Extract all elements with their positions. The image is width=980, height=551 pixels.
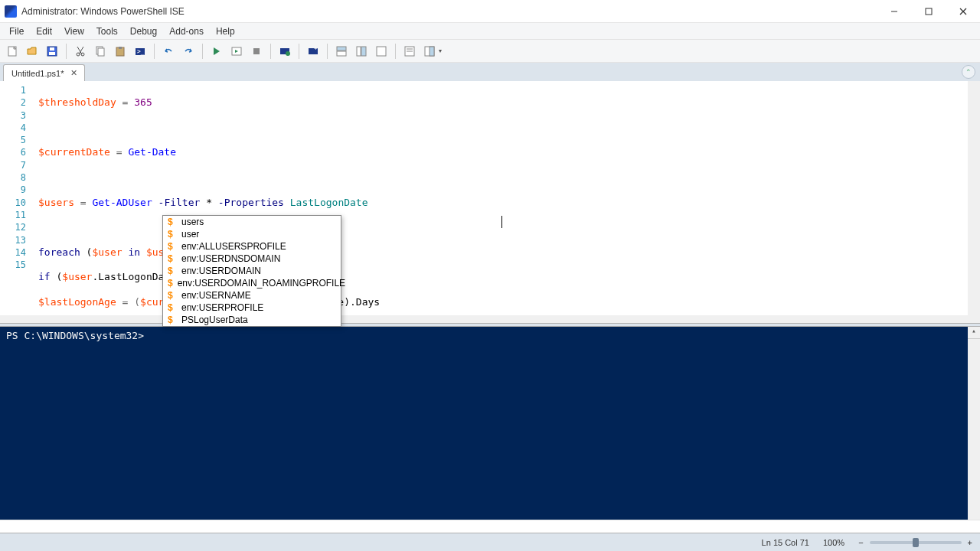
menu-tools[interactable]: Tools: [90, 24, 124, 38]
intellisense-item[interactable]: $env:USERDOMAIN_ROAMINGPROFILE: [163, 277, 341, 289]
menu-debug[interactable]: Debug: [124, 24, 163, 38]
tab-label: Untitled1.ps1*: [11, 69, 64, 78]
intellisense-item[interactable]: $users: [163, 216, 341, 228]
svg-rect-27: [361, 47, 366, 56]
svg-text:>_: >_: [137, 48, 145, 55]
zoom-in-button[interactable]: +: [968, 538, 972, 547]
console-scrollbar[interactable]: ▴: [968, 327, 980, 520]
variable-icon: $: [168, 278, 173, 289]
separator: [270, 44, 271, 59]
app-icon: [5, 5, 17, 18]
cursor-position: Ln 15 Col 71: [762, 538, 809, 547]
console-prompt: PS C:\WINDOWS\system32>: [6, 330, 144, 341]
copy-button[interactable]: [91, 42, 109, 60]
svg-rect-7: [50, 47, 54, 51]
menu-file[interactable]: File: [3, 24, 30, 38]
redo-button[interactable]: [179, 42, 198, 60]
menu-view[interactable]: View: [58, 24, 90, 38]
svg-rect-26: [357, 47, 361, 56]
dropdown-icon[interactable]: ▾: [439, 47, 442, 54]
line-gutter: 123456789101112131415: [0, 81, 32, 323]
window-controls: [877, 0, 980, 23]
show-script-right-button[interactable]: [352, 42, 371, 60]
window-title: Administrator: Windows PowerShell ISE: [21, 6, 877, 17]
svg-rect-15: [119, 47, 122, 49]
editor-vertical-scrollbar[interactable]: [968, 81, 980, 323]
svg-rect-19: [253, 48, 260, 54]
menubar: File Edit View Tools Debug Add-ons Help: [0, 23, 980, 40]
intellisense-popup: $users $user $env:ALLUSERSPROFILE $env:U…: [162, 215, 341, 327]
remote-powershell-button[interactable]: [276, 42, 294, 60]
svg-rect-33: [430, 47, 434, 56]
variable-icon: $: [168, 315, 177, 325]
scroll-up-icon[interactable]: ▴: [968, 327, 980, 339]
zoom-thumb[interactable]: [913, 538, 919, 547]
svg-rect-25: [337, 51, 346, 56]
show-command-button[interactable]: [400, 42, 419, 60]
close-button[interactable]: [946, 0, 980, 23]
variable-icon: $: [168, 217, 177, 227]
show-script-top-button[interactable]: [332, 42, 351, 60]
separator: [299, 44, 299, 59]
statusbar: Ln 15 Col 71 100% − +: [0, 533, 980, 551]
file-tab[interactable]: Untitled1.ps1* ✕: [3, 64, 85, 81]
tab-close-icon[interactable]: ✕: [69, 68, 80, 78]
stop-button[interactable]: [247, 42, 266, 60]
intellisense-item[interactable]: $PSLogUserData: [163, 314, 341, 326]
menu-help[interactable]: Help: [210, 24, 241, 38]
intellisense-item[interactable]: $env:USERDOMAIN: [163, 265, 341, 277]
intellisense-item[interactable]: $env:USERNAME: [163, 289, 341, 302]
tabbar: Untitled1.ps1* ✕ ⌃: [0, 63, 980, 81]
separator: [395, 44, 396, 59]
titlebar: Administrator: Windows PowerShell ISE: [0, 0, 980, 23]
variable-icon: $: [168, 229, 177, 240]
editor-horizontal-scrollbar[interactable]: [0, 315, 968, 323]
separator: [66, 44, 67, 59]
svg-rect-13: [98, 48, 104, 56]
paste-button[interactable]: [111, 42, 129, 60]
show-command-addon-button[interactable]: [420, 42, 439, 60]
svg-rect-6: [49, 52, 55, 55]
variable-icon: $: [168, 241, 177, 252]
svg-rect-24: [337, 47, 346, 51]
bottom-spacer: [0, 520, 980, 533]
show-script-max-button[interactable]: [372, 42, 390, 60]
intellisense-item[interactable]: $user: [163, 228, 341, 240]
menu-edit[interactable]: Edit: [30, 24, 58, 38]
cut-button[interactable]: [71, 42, 90, 60]
run-selection-button[interactable]: [227, 42, 246, 60]
undo-button[interactable]: [159, 42, 178, 60]
script-editor[interactable]: 123456789101112131415 $thresholdDay = 36…: [0, 81, 980, 323]
save-button[interactable]: [43, 42, 61, 60]
variable-icon: $: [168, 253, 177, 264]
open-button[interactable]: [23, 42, 41, 60]
zoom-level: 100%: [823, 538, 844, 547]
menu-addons[interactable]: Add-ons: [163, 24, 210, 38]
zoom-out-button[interactable]: −: [858, 538, 863, 547]
zoom-slider[interactable]: [870, 541, 962, 544]
minimize-button[interactable]: [877, 0, 911, 23]
variable-icon: $: [168, 302, 177, 313]
clear-console-button[interactable]: >_: [131, 42, 149, 60]
console-pane[interactable]: PS C:\WINDOWS\system32> ▴: [0, 327, 980, 520]
svg-text:+: +: [314, 45, 318, 52]
intellisense-item[interactable]: $env:USERPROFILE: [163, 302, 341, 314]
separator: [327, 44, 328, 59]
collapse-script-pane-button[interactable]: ⌃: [962, 65, 975, 79]
variable-icon: $: [168, 290, 177, 301]
separator: [154, 44, 155, 59]
variable-icon: $: [168, 266, 177, 276]
new-button[interactable]: [3, 42, 21, 60]
maximize-button[interactable]: [911, 0, 946, 23]
run-button[interactable]: [207, 42, 226, 60]
svg-point-21: [286, 51, 290, 56]
svg-rect-28: [377, 47, 386, 56]
separator: [202, 44, 203, 59]
intellisense-item[interactable]: $env:USERDNSDOMAIN: [163, 253, 341, 265]
toolbar: >_ + ▾: [0, 40, 980, 63]
new-remote-tab-button[interactable]: +: [304, 42, 322, 60]
svg-rect-1: [926, 8, 932, 15]
text-cursor: [501, 216, 502, 228]
intellisense-item[interactable]: $env:ALLUSERSPROFILE: [163, 240, 341, 253]
